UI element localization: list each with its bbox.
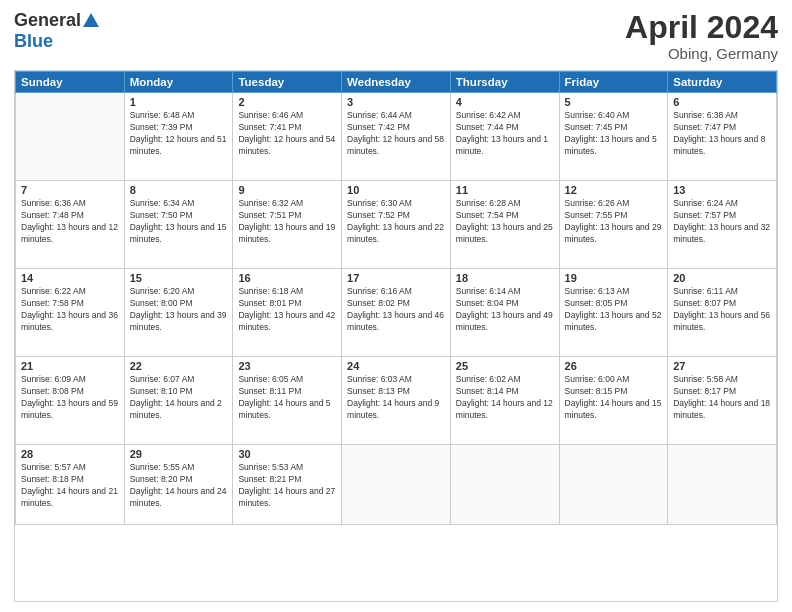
cell-text: Sunrise: 6:36 AMSunset: 7:48 PMDaylight:… [21,198,119,246]
calendar-cell-w2-d5: 19Sunrise: 6:13 AMSunset: 8:05 PMDayligh… [559,269,668,357]
calendar-week-1: 7Sunrise: 6:36 AMSunset: 7:48 PMDaylight… [16,181,777,269]
calendar-cell-w4-d4 [450,445,559,525]
day-number: 16 [238,272,336,284]
day-number: 6 [673,96,771,108]
cell-text: Sunrise: 6:34 AMSunset: 7:50 PMDaylight:… [130,198,228,246]
header: General Blue April 2024 Obing, Germany [14,10,778,62]
cell-text: Sunrise: 6:48 AMSunset: 7:39 PMDaylight:… [130,110,228,158]
cell-text: Sunrise: 6:24 AMSunset: 7:57 PMDaylight:… [673,198,771,246]
cell-text: Sunrise: 6:46 AMSunset: 7:41 PMDaylight:… [238,110,336,158]
day-number: 15 [130,272,228,284]
day-number: 23 [238,360,336,372]
day-number: 27 [673,360,771,372]
calendar-cell-w0-d5: 5Sunrise: 6:40 AMSunset: 7:45 PMDaylight… [559,93,668,181]
calendar-cell-w4-d0: 28Sunrise: 5:57 AMSunset: 8:18 PMDayligh… [16,445,125,525]
cell-text: Sunrise: 6:26 AMSunset: 7:55 PMDaylight:… [565,198,663,246]
calendar-cell-w0-d3: 3Sunrise: 6:44 AMSunset: 7:42 PMDaylight… [342,93,451,181]
day-number: 29 [130,448,228,460]
calendar: SundayMondayTuesdayWednesdayThursdayFrid… [14,70,778,602]
calendar-cell-w1-d4: 11Sunrise: 6:28 AMSunset: 7:54 PMDayligh… [450,181,559,269]
day-header-thursday: Thursday [450,72,559,93]
calendar-cell-w1-d5: 12Sunrise: 6:26 AMSunset: 7:55 PMDayligh… [559,181,668,269]
calendar-cell-w0-d2: 2Sunrise: 6:46 AMSunset: 7:41 PMDaylight… [233,93,342,181]
day-header-monday: Monday [124,72,233,93]
cell-text: Sunrise: 6:09 AMSunset: 8:08 PMDaylight:… [21,374,119,422]
cell-text: Sunrise: 6:03 AMSunset: 8:13 PMDaylight:… [347,374,445,422]
day-header-friday: Friday [559,72,668,93]
cell-text: Sunrise: 6:32 AMSunset: 7:51 PMDaylight:… [238,198,336,246]
calendar-cell-w1-d1: 8Sunrise: 6:34 AMSunset: 7:50 PMDaylight… [124,181,233,269]
calendar-cell-w2-d1: 15Sunrise: 6:20 AMSunset: 8:00 PMDayligh… [124,269,233,357]
cell-text: Sunrise: 6:30 AMSunset: 7:52 PMDaylight:… [347,198,445,246]
day-number: 10 [347,184,445,196]
calendar-cell-w4-d2: 30Sunrise: 5:53 AMSunset: 8:21 PMDayligh… [233,445,342,525]
cell-text: Sunrise: 5:57 AMSunset: 8:18 PMDaylight:… [21,462,119,510]
calendar-cell-w0-d6: 6Sunrise: 6:38 AMSunset: 7:47 PMDaylight… [668,93,777,181]
day-number: 4 [456,96,554,108]
calendar-cell-w2-d2: 16Sunrise: 6:18 AMSunset: 8:01 PMDayligh… [233,269,342,357]
calendar-cell-w2-d6: 20Sunrise: 6:11 AMSunset: 8:07 PMDayligh… [668,269,777,357]
cell-text: Sunrise: 6:40 AMSunset: 7:45 PMDaylight:… [565,110,663,158]
calendar-cell-w3-d3: 24Sunrise: 6:03 AMSunset: 8:13 PMDayligh… [342,357,451,445]
day-header-sunday: Sunday [16,72,125,93]
day-number: 18 [456,272,554,284]
day-number: 21 [21,360,119,372]
logo: General Blue [14,10,99,52]
cell-text: Sunrise: 5:58 AMSunset: 8:17 PMDaylight:… [673,374,771,422]
calendar-cell-w0-d4: 4Sunrise: 6:42 AMSunset: 7:44 PMDaylight… [450,93,559,181]
logo-general-text: General [14,10,81,31]
calendar-cell-w1-d6: 13Sunrise: 6:24 AMSunset: 7:57 PMDayligh… [668,181,777,269]
cell-text: Sunrise: 6:18 AMSunset: 8:01 PMDaylight:… [238,286,336,334]
calendar-cell-w1-d3: 10Sunrise: 6:30 AMSunset: 7:52 PMDayligh… [342,181,451,269]
page: General Blue April 2024 Obing, Germany S… [0,0,792,612]
day-number: 2 [238,96,336,108]
calendar-week-0: 1Sunrise: 6:48 AMSunset: 7:39 PMDaylight… [16,93,777,181]
logo-icon [83,13,99,27]
day-number: 1 [130,96,228,108]
cell-text: Sunrise: 6:13 AMSunset: 8:05 PMDaylight:… [565,286,663,334]
day-header-saturday: Saturday [668,72,777,93]
calendar-week-2: 14Sunrise: 6:22 AMSunset: 7:58 PMDayligh… [16,269,777,357]
cell-text: Sunrise: 6:28 AMSunset: 7:54 PMDaylight:… [456,198,554,246]
day-number: 25 [456,360,554,372]
calendar-cell-w3-d5: 26Sunrise: 6:00 AMSunset: 8:15 PMDayligh… [559,357,668,445]
calendar-cell-w4-d1: 29Sunrise: 5:55 AMSunset: 8:20 PMDayligh… [124,445,233,525]
calendar-cell-w0-d0 [16,93,125,181]
calendar-week-4: 28Sunrise: 5:57 AMSunset: 8:18 PMDayligh… [16,445,777,525]
day-number: 7 [21,184,119,196]
day-header-wednesday: Wednesday [342,72,451,93]
day-number: 19 [565,272,663,284]
calendar-cell-w1-d2: 9Sunrise: 6:32 AMSunset: 7:51 PMDaylight… [233,181,342,269]
day-number: 17 [347,272,445,284]
cell-text: Sunrise: 6:02 AMSunset: 8:14 PMDaylight:… [456,374,554,422]
day-number: 12 [565,184,663,196]
day-number: 5 [565,96,663,108]
day-number: 20 [673,272,771,284]
calendar-cell-w4-d3 [342,445,451,525]
cell-text: Sunrise: 5:53 AMSunset: 8:21 PMDaylight:… [238,462,336,510]
month-title: April 2024 [625,10,778,45]
calendar-cell-w2-d4: 18Sunrise: 6:14 AMSunset: 8:04 PMDayligh… [450,269,559,357]
day-number: 28 [21,448,119,460]
calendar-cell-w0-d1: 1Sunrise: 6:48 AMSunset: 7:39 PMDaylight… [124,93,233,181]
calendar-cell-w3-d6: 27Sunrise: 5:58 AMSunset: 8:17 PMDayligh… [668,357,777,445]
day-number: 3 [347,96,445,108]
day-number: 30 [238,448,336,460]
day-number: 26 [565,360,663,372]
cell-text: Sunrise: 6:42 AMSunset: 7:44 PMDaylight:… [456,110,554,158]
header-right: April 2024 Obing, Germany [625,10,778,62]
day-number: 14 [21,272,119,284]
calendar-week-3: 21Sunrise: 6:09 AMSunset: 8:08 PMDayligh… [16,357,777,445]
calendar-cell-w2-d3: 17Sunrise: 6:16 AMSunset: 8:02 PMDayligh… [342,269,451,357]
cell-text: Sunrise: 6:38 AMSunset: 7:47 PMDaylight:… [673,110,771,158]
calendar-cell-w2-d0: 14Sunrise: 6:22 AMSunset: 7:58 PMDayligh… [16,269,125,357]
day-number: 22 [130,360,228,372]
calendar-cell-w3-d0: 21Sunrise: 6:09 AMSunset: 8:08 PMDayligh… [16,357,125,445]
cell-text: Sunrise: 6:14 AMSunset: 8:04 PMDaylight:… [456,286,554,334]
day-number: 8 [130,184,228,196]
cell-text: Sunrise: 6:11 AMSunset: 8:07 PMDaylight:… [673,286,771,334]
calendar-cell-w1-d0: 7Sunrise: 6:36 AMSunset: 7:48 PMDaylight… [16,181,125,269]
day-number: 13 [673,184,771,196]
day-number: 24 [347,360,445,372]
cell-text: Sunrise: 5:55 AMSunset: 8:20 PMDaylight:… [130,462,228,510]
